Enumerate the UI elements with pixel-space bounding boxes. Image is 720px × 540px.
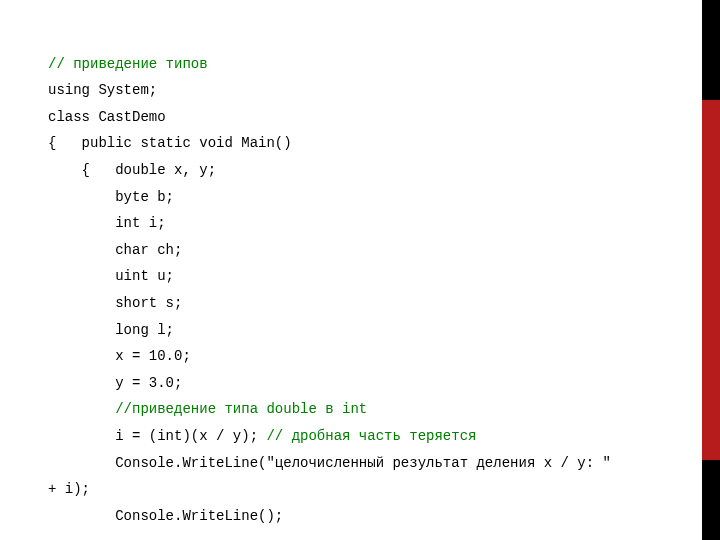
code-line: x = 10.0; (48, 348, 191, 364)
code-line: y = 3.0; (48, 375, 182, 391)
code-line: Console.WriteLine(); (48, 508, 283, 524)
code-line: + i); (48, 481, 90, 497)
slide-body: // приведение типов using System; class … (0, 0, 702, 540)
code-line: uint u; (48, 268, 174, 284)
code-line: { public static void Main() (48, 135, 292, 151)
code-line-comment: //приведение типа double в int (48, 401, 367, 417)
accent-bar-bottom (702, 460, 720, 540)
code-block: // приведение типов using System; class … (48, 24, 662, 540)
code-line: i = (int)(x / y); (48, 428, 266, 444)
code-line: { double x, y; (48, 162, 216, 178)
code-line: using System; (48, 82, 157, 98)
code-line: int i; (48, 215, 166, 231)
code-line: class CastDemo (48, 109, 166, 125)
code-line: Console.WriteLine("целочисленный результ… (48, 455, 611, 471)
code-line: char ch; (48, 242, 182, 258)
code-line: short s; (48, 295, 182, 311)
accent-bar-top (702, 0, 720, 100)
code-line-comment: // дробная часть теряется (266, 428, 476, 444)
code-line-comment: // приведение типов (48, 56, 208, 72)
code-line: long l; (48, 322, 174, 338)
code-line: byte b; (48, 189, 174, 205)
